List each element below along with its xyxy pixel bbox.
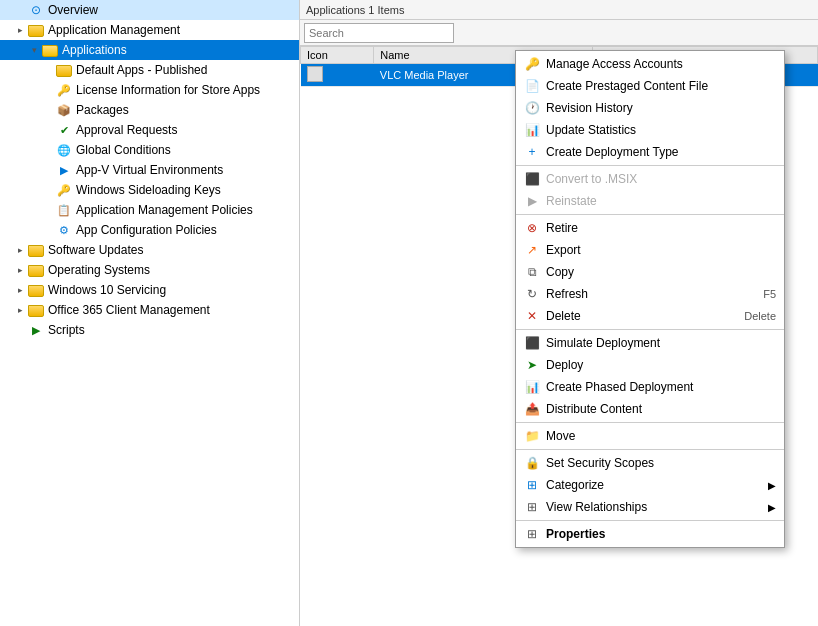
item-icon <box>28 243 44 257</box>
column-header-icon[interactable]: Icon <box>301 47 374 64</box>
sidebar-item-label: License Information for Store Apps <box>76 83 260 97</box>
ctx-label-manage-access: Manage Access Accounts <box>546 57 776 71</box>
ctx-item-move[interactable]: 📁Move <box>516 425 784 447</box>
ctx-item-create-prestaged[interactable]: 📄Create Prestaged Content File <box>516 75 784 97</box>
item-icon <box>56 63 72 77</box>
ctx-item-distribute[interactable]: 📤Distribute Content <box>516 398 784 420</box>
sidebar-item-app-mgmt[interactable]: ▸Application Management <box>0 20 299 40</box>
context-menu-separator <box>516 214 784 215</box>
sidebar-item-global-cond[interactable]: 🌐Global Conditions <box>0 140 299 160</box>
ctx-item-create-phased[interactable]: 📊Create Phased Deployment <box>516 376 784 398</box>
sidebar-item-win10-servicing[interactable]: ▸Windows 10 Servicing <box>0 280 299 300</box>
context-menu-separator <box>516 329 784 330</box>
ctx-label-convert-msix: Convert to .MSIX <box>546 172 776 186</box>
sidebar-item-sideloading[interactable]: 🔑Windows Sideloading Keys <box>0 180 299 200</box>
ctx-item-set-security[interactable]: 🔒Set Security Scopes <box>516 452 784 474</box>
ctx-item-export[interactable]: ↗Export <box>516 239 784 261</box>
sidebar-item-operating-systems[interactable]: ▸Operating Systems <box>0 260 299 280</box>
ctx-icon-properties: ⊞ <box>524 526 540 542</box>
ctx-item-refresh[interactable]: ↻RefreshF5 <box>516 283 784 305</box>
ctx-icon-categorize: ⊞ <box>524 477 540 493</box>
sidebar-item-label: App Configuration Policies <box>76 223 217 237</box>
ctx-item-update-stats[interactable]: 📊Update Statistics <box>516 119 784 141</box>
sidebar-item-label: Windows 10 Servicing <box>48 283 166 297</box>
ctx-label-categorize: Categorize <box>546 478 764 492</box>
expand-icon[interactable]: ▸ <box>14 304 26 316</box>
sidebar-item-default-apps[interactable]: Default Apps - Published <box>0 60 299 80</box>
expand-icon[interactable]: ▸ <box>14 244 26 256</box>
sidebar-item-label: Software Updates <box>48 243 143 257</box>
ctx-item-retire[interactable]: ⊗Retire <box>516 217 784 239</box>
expand-icon[interactable]: ▸ <box>14 284 26 296</box>
ctx-item-properties[interactable]: ⊞Properties <box>516 523 784 545</box>
context-menu-separator <box>516 165 784 166</box>
sidebar-item-label: Office 365 Client Management <box>48 303 210 317</box>
ctx-label-delete: Delete <box>546 309 724 323</box>
sidebar-item-label: Applications <box>62 43 127 57</box>
ctx-item-view-relationships[interactable]: ⊞View Relationships▶ <box>516 496 784 518</box>
ctx-icon-create-prestaged: 📄 <box>524 78 540 94</box>
sidebar: ⊙Overview▸Application Management▾Applica… <box>0 0 300 626</box>
ctx-item-reinstate: ▶Reinstate <box>516 190 784 212</box>
sidebar-item-label: Approval Requests <box>76 123 177 137</box>
ctx-icon-move: 📁 <box>524 428 540 444</box>
item-icon: ✔ <box>56 123 72 137</box>
ctx-item-manage-access[interactable]: 🔑Manage Access Accounts <box>516 53 784 75</box>
ctx-icon-manage-access: 🔑 <box>524 56 540 72</box>
context-menu-separator <box>516 449 784 450</box>
ctx-label-reinstate: Reinstate <box>546 194 776 208</box>
ctx-label-set-security: Set Security Scopes <box>546 456 776 470</box>
search-input[interactable] <box>304 23 454 43</box>
ctx-item-delete[interactable]: ✕DeleteDelete <box>516 305 784 327</box>
sidebar-item-software-updates[interactable]: ▸Software Updates <box>0 240 299 260</box>
ctx-icon-delete: ✕ <box>524 308 540 324</box>
sidebar-item-overview[interactable]: ⊙Overview <box>0 0 299 20</box>
sidebar-item-label: Application Management Policies <box>76 203 253 217</box>
ctx-icon-deploy: ➤ <box>524 357 540 373</box>
ctx-icon-revision-history: 🕐 <box>524 100 540 116</box>
sidebar-item-label: Scripts <box>48 323 85 337</box>
context-menu-separator <box>516 520 784 521</box>
ctx-item-deploy[interactable]: ➤Deploy <box>516 354 784 376</box>
expand-icon[interactable]: ▾ <box>28 44 40 56</box>
sidebar-item-applications[interactable]: ▾Applications <box>0 40 299 60</box>
ctx-label-deploy: Deploy <box>546 358 776 372</box>
ctx-label-copy: Copy <box>546 265 776 279</box>
sidebar-item-packages[interactable]: 📦Packages <box>0 100 299 120</box>
ctx-icon-simulate-deploy: ⬛ <box>524 335 540 351</box>
item-icon: ▶ <box>28 323 44 337</box>
ctx-label-export: Export <box>546 243 776 257</box>
sidebar-item-scripts[interactable]: ▶Scripts <box>0 320 299 340</box>
sidebar-item-license-info[interactable]: 🔑License Information for Store Apps <box>0 80 299 100</box>
ctx-icon-retire: ⊗ <box>524 220 540 236</box>
ctx-label-revision-history: Revision History <box>546 101 776 115</box>
ctx-label-create-prestaged: Create Prestaged Content File <box>546 79 776 93</box>
sidebar-item-label: Application Management <box>48 23 180 37</box>
ctx-icon-set-security: 🔒 <box>524 455 540 471</box>
ctx-item-copy[interactable]: ⧉Copy <box>516 261 784 283</box>
sidebar-item-app-mgmt-pol[interactable]: 📋Application Management Policies <box>0 200 299 220</box>
item-icon: 🔑 <box>56 183 72 197</box>
row-icon <box>301 64 374 87</box>
ctx-arrow-view-relationships: ▶ <box>768 502 776 513</box>
expand-icon[interactable]: ▸ <box>14 24 26 36</box>
ctx-icon-update-stats: 📊 <box>524 122 540 138</box>
ctx-label-update-stats: Update Statistics <box>546 123 776 137</box>
main-container: ⊙Overview▸Application Management▾Applica… <box>0 0 818 626</box>
sidebar-item-app-config-pol[interactable]: ⚙App Configuration Policies <box>0 220 299 240</box>
sidebar-item-approval[interactable]: ✔Approval Requests <box>0 120 299 140</box>
ctx-icon-view-relationships: ⊞ <box>524 499 540 515</box>
item-icon <box>28 283 44 297</box>
ctx-icon-reinstate: ▶ <box>524 193 540 209</box>
sidebar-item-label: Overview <box>48 3 98 17</box>
sidebar-item-appv[interactable]: ▶App-V Virtual Environments <box>0 160 299 180</box>
ctx-item-revision-history[interactable]: 🕐Revision History <box>516 97 784 119</box>
item-icon: 🌐 <box>56 143 72 157</box>
ctx-arrow-categorize: ▶ <box>768 480 776 491</box>
item-icon: ▶ <box>56 163 72 177</box>
ctx-item-create-deployment-type[interactable]: +Create Deployment Type <box>516 141 784 163</box>
sidebar-item-office365[interactable]: ▸Office 365 Client Management <box>0 300 299 320</box>
expand-icon[interactable]: ▸ <box>14 264 26 276</box>
ctx-item-simulate-deploy[interactable]: ⬛Simulate Deployment <box>516 332 784 354</box>
ctx-item-categorize[interactable]: ⊞Categorize▶ <box>516 474 784 496</box>
